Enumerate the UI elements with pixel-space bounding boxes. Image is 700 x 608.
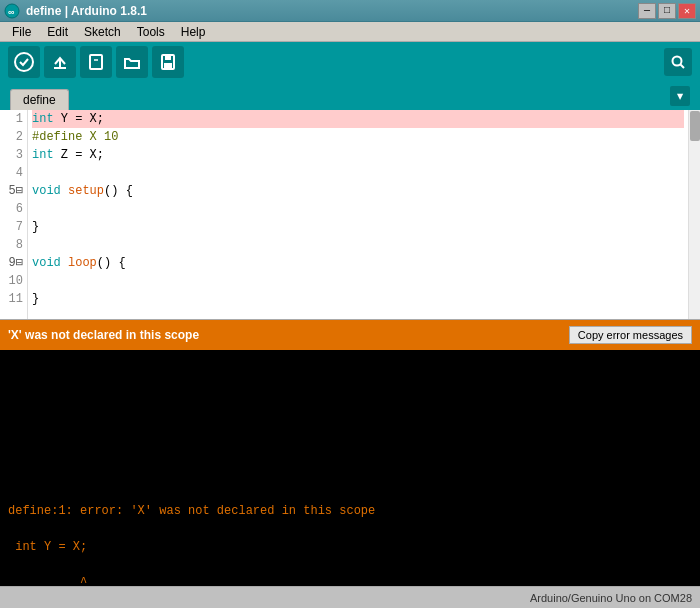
title-left: ∞ define | Arduino 1.8.1 (4, 3, 147, 19)
console-line-12: ^ (8, 574, 692, 586)
line-number-8: 8 (0, 236, 23, 254)
error-message: 'X' was not declared in this scope (8, 328, 199, 342)
code-line-11: } (32, 290, 684, 308)
tab-dropdown[interactable]: ▾ (670, 86, 690, 106)
console-line-0 (8, 358, 692, 376)
code-line-3: int Z = X; (32, 146, 684, 164)
code-line-10 (32, 272, 684, 290)
line-number-4: 4 (0, 164, 23, 182)
upload-button[interactable] (44, 46, 76, 78)
code-area[interactable]: int Y = X;#define X 10int Z = X; void se… (28, 110, 688, 319)
svg-rect-5 (90, 55, 102, 69)
code-line-5: void setup() { (32, 182, 684, 200)
menu-item-tools[interactable]: Tools (129, 22, 173, 42)
console-line-7 (8, 484, 692, 502)
editor-area[interactable]: 12345⊟6789⊟1011 int Y = X;#define X 10in… (0, 110, 700, 320)
title-bar: ∞ define | Arduino 1.8.1 — □ ✕ (0, 0, 700, 22)
minimize-button[interactable]: — (638, 3, 656, 19)
code-line-8 (32, 236, 684, 254)
title-controls: — □ ✕ (638, 3, 696, 19)
console-line-8: define:1: error: 'X' was not declared in… (8, 502, 692, 520)
menu-item-sketch[interactable]: Sketch (76, 22, 129, 42)
console-line-10: int Y = X; (8, 538, 692, 556)
tab-define[interactable]: define (10, 89, 69, 110)
toolbar (0, 42, 700, 82)
tabs-left: define (10, 89, 69, 110)
line-number-6: 6 (0, 200, 23, 218)
maximize-button[interactable]: □ (658, 3, 676, 19)
svg-rect-9 (164, 63, 172, 69)
console-line-3 (8, 412, 692, 430)
search-button[interactable] (664, 48, 692, 76)
line-number-3: 3 (0, 146, 23, 164)
console-line-6 (8, 466, 692, 484)
line-number-11: 11 (0, 290, 23, 308)
code-line-6 (32, 200, 684, 218)
console-line-1 (8, 376, 692, 394)
save-button[interactable] (152, 46, 184, 78)
editor-scrollbar[interactable] (688, 110, 700, 319)
new-button[interactable] (80, 46, 112, 78)
line-number-9: 9⊟ (0, 254, 23, 272)
line-number-2: 2 (0, 128, 23, 146)
svg-point-2 (15, 53, 33, 71)
scroll-thumb[interactable] (690, 111, 700, 141)
main-content: 12345⊟6789⊟1011 int Y = X;#define X 10in… (0, 110, 700, 586)
svg-text:∞: ∞ (8, 7, 15, 17)
open-button[interactable] (116, 46, 148, 78)
line-number-7: 7 (0, 218, 23, 236)
menu-item-help[interactable]: Help (173, 22, 214, 42)
console-line-2 (8, 394, 692, 412)
console-line-9 (8, 520, 692, 538)
line-numbers: 12345⊟6789⊟1011 (0, 110, 28, 319)
console-line-11 (8, 556, 692, 574)
menu-bar: FileEditSketchToolsHelp (0, 22, 700, 42)
copy-error-button[interactable]: Copy error messages (569, 326, 692, 344)
code-line-1: int Y = X; (32, 110, 684, 128)
svg-point-10 (673, 57, 682, 66)
menu-item-file[interactable]: File (4, 22, 39, 42)
line-number-5: 5⊟ (0, 182, 23, 200)
code-line-7: } (32, 218, 684, 236)
console-line-5 (8, 448, 692, 466)
code-line-4 (32, 164, 684, 182)
status-text: Arduino/Genuino Uno on COM28 (530, 592, 692, 604)
tab-area: define ▾ (0, 82, 700, 110)
code-line-2: #define X 10 (32, 128, 684, 146)
window-title: define | Arduino 1.8.1 (26, 4, 147, 18)
error-bar: 'X' was not declared in this scope Copy … (0, 320, 700, 350)
status-bar: Arduino/Genuino Uno on COM28 (0, 586, 700, 608)
code-line-9: void loop() { (32, 254, 684, 272)
line-number-1: 1 (0, 110, 23, 128)
svg-rect-8 (165, 55, 171, 60)
line-number-10: 10 (0, 272, 23, 290)
close-button[interactable]: ✕ (678, 3, 696, 19)
menu-item-edit[interactable]: Edit (39, 22, 76, 42)
console-area[interactable]: define:1: error: 'X' was not declared in… (0, 350, 700, 586)
arduino-icon: ∞ (4, 3, 20, 19)
console-line-4 (8, 430, 692, 448)
verify-button[interactable] (8, 46, 40, 78)
svg-line-11 (681, 65, 685, 69)
